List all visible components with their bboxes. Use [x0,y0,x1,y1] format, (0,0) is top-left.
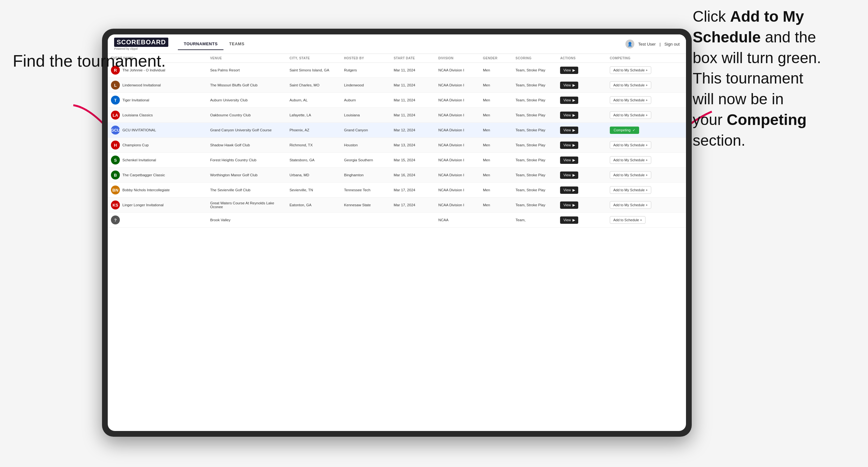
division-cell: NCAA Division I [435,108,480,123]
event-name-cell: KS Linger Longer Invitational [108,198,207,213]
add-to-schedule-button[interactable]: Add to My Schedule + [610,66,651,74]
division-cell: NCAA Division I [435,93,480,108]
logo-subtitle: Powered by clippd [114,47,168,50]
gender-cell: Men [480,198,512,213]
division-cell: NCAA Division I [435,78,480,93]
city-cell: Saint Charles, MO [286,78,341,93]
venue-cell: Worthington Manor Golf Club [207,168,286,183]
view-icon: ▶ [572,143,575,147]
venue-cell: Sea Palms Resort [207,63,286,78]
hosted-cell: Lindenwood [341,78,391,93]
event-name: The Carpetbagger Classic [122,173,165,177]
add-to-schedule-button[interactable]: Add to My Schedule + [610,171,651,179]
actions-cell: View ▶ [557,213,607,227]
gender-cell: Men [480,153,512,168]
view-icon: ▶ [572,83,575,87]
date-cell: Mar 13, 2024 [391,138,435,153]
team-logo: KS [111,200,120,210]
division-cell: NCAA Division I [435,153,480,168]
competing-cell: Competing ✓ [607,123,686,138]
tournaments-table-container: EVENT NAME VENUE CITY, STATE HOSTED BY S… [108,54,686,431]
col-header-gender: GENDER [480,54,512,63]
table-row: GCU GCU INVITATIONAL Grand Canyon Univer… [108,123,686,138]
add-to-schedule-button[interactable]: Add to My Schedule + [610,156,651,164]
add-to-schedule-button[interactable]: Add to My Schedule + [610,141,651,149]
event-name: Louisiana Classics [122,113,153,117]
competing-label: Competing [614,128,630,132]
app-logo: SCOREBOARD [114,38,168,47]
tournaments-table: EVENT NAME VENUE CITY, STATE HOSTED BY S… [108,54,686,227]
competing-cell: Add to My Schedule + [607,63,686,78]
venue-cell: Brook Valley [207,213,286,227]
city-cell: Auburn, AL [286,93,341,108]
event-name: Tiger Invitational [122,98,149,102]
view-button[interactable]: View ▶ [560,172,578,179]
team-logo: T [111,96,120,104]
view-button[interactable]: View ▶ [560,67,578,74]
actions-cell: View ▶ [557,78,607,93]
scoring-cell: Team, Stroke Play [512,108,557,123]
date-cell: Mar 17, 2024 [391,183,435,198]
view-button[interactable]: View ▶ [560,142,578,149]
col-header-city: CITY, STATE [286,54,341,63]
table-row: B The Carpetbagger Classic Worthington M… [108,168,686,183]
gender-cell: Men [480,123,512,138]
view-button[interactable]: View ▶ [560,82,578,89]
competing-cell: Add to My Schedule + [607,108,686,123]
city-cell: Urbana, MD [286,168,341,183]
event-name-cell: LA Louisiana Classics [108,108,207,123]
division-cell: NCAA Division I [435,198,480,213]
sign-out-link[interactable]: Sign out [664,42,680,46]
event-name-cell: B The Carpetbagger Classic [108,168,207,183]
view-button[interactable]: View ▶ [560,127,578,134]
team-logo: H [111,141,120,150]
gender-cell: Men [480,183,512,198]
event-name-cell: L Lindenwood Invitational [108,78,207,93]
view-button[interactable]: View ▶ [560,186,578,194]
scoring-cell: Team, Stroke Play [512,123,557,138]
scoring-cell: Team, Stroke Play [512,153,557,168]
add-to-schedule-button[interactable]: Add to My Schedule + [610,186,651,194]
division-cell: NCAA Division I [435,123,480,138]
city-cell: Saint Simons Island, GA [286,63,341,78]
tablet-screen: SCOREBOARD Powered by clippd TOURNAMENTS… [108,34,686,431]
view-button[interactable]: View ▶ [560,201,578,209]
add-to-schedule-button[interactable]: Add to My Schedule + [610,201,651,209]
date-cell: Mar 12, 2024 [391,123,435,138]
view-button[interactable]: View ▶ [560,157,578,164]
city-cell [286,213,341,227]
date-cell: Mar 11, 2024 [391,78,435,93]
competing-button[interactable]: Competing ✓ [610,127,639,134]
tab-tournaments[interactable]: TOURNAMENTS [178,38,223,50]
division-cell: NCAA [435,213,480,227]
gender-cell [480,213,512,227]
view-button[interactable]: View ▶ [560,216,578,224]
gender-cell: Men [480,108,512,123]
hosted-cell: Binghamton [341,168,391,183]
view-icon: ▶ [572,158,575,162]
gender-cell: Men [480,168,512,183]
venue-cell: Shadow Hawk Golf Club [207,138,286,153]
venue-cell: Oakbourne Country Club [207,108,286,123]
add-to-schedule-button[interactable]: Add to My Schedule + [610,96,651,104]
event-name: Lindenwood Invitational [122,83,161,87]
actions-cell: View ▶ [557,183,607,198]
hosted-cell [341,213,391,227]
col-header-competing: COMPETING [607,54,686,63]
col-header-actions: ACTIONS [557,54,607,63]
hosted-cell: Grand Canyon [341,123,391,138]
add-to-schedule-button[interactable]: Add to My Schedule + [610,81,651,89]
city-cell: Eatonton, GA [286,198,341,213]
event-name: Linger Longer Invitational [122,203,163,207]
division-cell: NCAA Division I [435,183,480,198]
table-row: ? Brook Valley NCAA Team, View ▶ Add to … [108,213,686,227]
team-logo: B [111,170,120,180]
table-row: R The Johnnie - O Individual Sea Palms R… [108,63,686,78]
view-button[interactable]: View ▶ [560,97,578,104]
tab-teams[interactable]: TEAMS [223,38,250,50]
view-icon: ▶ [572,68,575,72]
view-button[interactable]: View ▶ [560,112,578,119]
add-to-schedule-button[interactable]: Add to My Schedule + [610,111,651,119]
view-icon: ▶ [572,173,575,177]
add-to-schedule-button[interactable]: Add to Schedule + [610,216,646,224]
